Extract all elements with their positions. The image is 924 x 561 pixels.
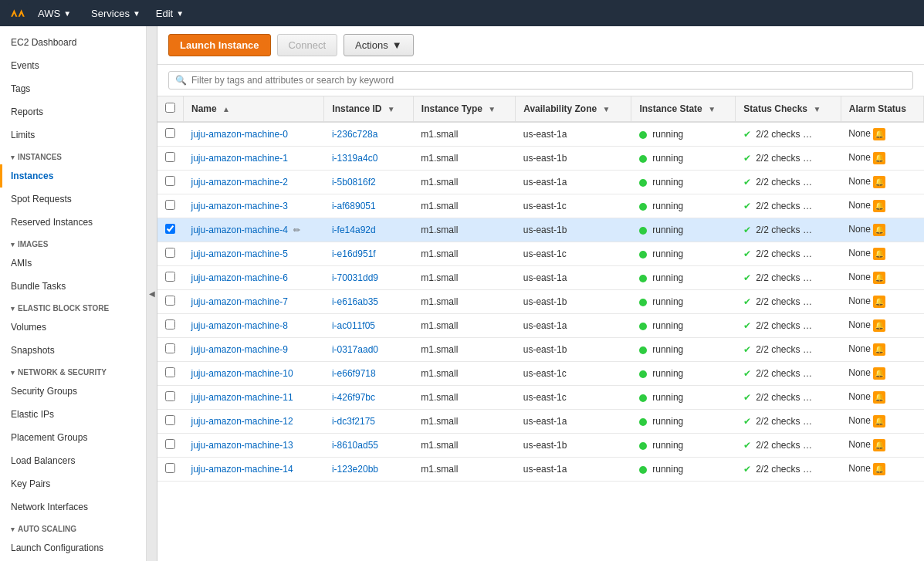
- sidebar-item-security-groups[interactable]: Security Groups: [0, 380, 146, 403]
- row-checkbox-4[interactable]: [165, 224, 175, 234]
- row-checkbox-5[interactable]: [165, 248, 175, 258]
- row-checkbox-8[interactable]: [165, 319, 175, 330]
- row-checkbox-cell-5[interactable]: [157, 242, 184, 266]
- row-checkbox-9[interactable]: [165, 343, 175, 353]
- col-header-instance-state[interactable]: Instance State ▼: [631, 96, 736, 122]
- alarm-bell-icon-12[interactable]: 🔔: [873, 415, 885, 428]
- instance-name-link-13[interactable]: juju-amazon-machine-13: [191, 440, 293, 451]
- alarm-bell-icon-1[interactable]: 🔔: [873, 152, 885, 164]
- instance-name-link-1[interactable]: juju-amazon-machine-1: [191, 153, 288, 164]
- instance-name-link-2[interactable]: juju-amazon-machine-2: [191, 177, 288, 188]
- sidebar-item-limits[interactable]: Limits: [0, 123, 146, 147]
- sidebar-item-instances[interactable]: Instances: [0, 164, 146, 188]
- row-checkbox-cell-1[interactable]: [157, 147, 184, 171]
- sidebar-item-placement-groups[interactable]: Placement Groups: [0, 426, 146, 449]
- row-checkbox-cell-0[interactable]: [157, 122, 184, 147]
- instance-id-link-14[interactable]: i-123e20bb: [332, 464, 378, 475]
- alarm-bell-icon-5[interactable]: 🔔: [873, 248, 885, 260]
- instance-id-link-9[interactable]: i-0317aad0: [332, 344, 378, 355]
- sidebar-item-reports[interactable]: Reports: [0, 100, 146, 123]
- alarm-bell-icon-7[interactable]: 🔔: [873, 296, 885, 308]
- select-all-checkbox[interactable]: [165, 103, 175, 113]
- instance-id-link-5[interactable]: i-e16d951f: [332, 248, 376, 259]
- row-checkbox-cell-9[interactable]: [157, 338, 184, 362]
- sidebar-item-amis[interactable]: AMIs: [0, 252, 146, 275]
- sidebar-item-reserved-instances[interactable]: Reserved Instances: [0, 211, 146, 234]
- alarm-bell-icon-6[interactable]: 🔔: [873, 272, 885, 284]
- instance-id-link-10[interactable]: i-e66f9718: [332, 368, 376, 379]
- instance-id-link-1[interactable]: i-1319a4c0: [332, 153, 377, 164]
- sidebar-item-network-interfaces[interactable]: Network Interfaces: [0, 495, 146, 519]
- sidebar-item-elastic-ips[interactable]: Elastic IPs: [0, 403, 146, 426]
- col-header-instance-id[interactable]: Instance ID ▼: [324, 96, 413, 122]
- row-checkbox-3[interactable]: [165, 200, 175, 210]
- sidebar-item-bundle-tasks[interactable]: Bundle Tasks: [0, 275, 146, 298]
- row-checkbox-10[interactable]: [165, 367, 175, 377]
- row-checkbox-cell-8[interactable]: [157, 314, 184, 338]
- instance-id-link-6[interactable]: i-70031dd9: [332, 272, 378, 283]
- edit-menu-button[interactable]: Edit ▼: [150, 5, 190, 22]
- search-input[interactable]: [191, 75, 906, 86]
- row-checkbox-6[interactable]: [165, 272, 175, 282]
- instance-name-link-10[interactable]: juju-amazon-machine-10: [191, 368, 293, 379]
- instance-name-link-0[interactable]: juju-amazon-machine-0: [191, 129, 288, 140]
- instance-name-link-6[interactable]: juju-amazon-machine-6: [191, 272, 288, 283]
- instance-name-link-7[interactable]: juju-amazon-machine-7: [191, 296, 288, 307]
- alarm-bell-icon-4[interactable]: 🔔: [873, 224, 885, 236]
- row-checkbox-cell-11[interactable]: [157, 386, 184, 410]
- sidebar-item-events[interactable]: Events: [0, 54, 146, 77]
- row-checkbox-cell-3[interactable]: [157, 194, 184, 218]
- alarm-bell-icon-3[interactable]: 🔔: [873, 200, 885, 212]
- sidebar-item-ec2-dashboard[interactable]: EC2 Dashboard: [0, 31, 146, 54]
- sidebar-item-snapshots[interactable]: Snapshots: [0, 339, 146, 362]
- instance-name-link-8[interactable]: juju-amazon-machine-8: [191, 320, 288, 331]
- sidebar-item-load-balancers[interactable]: Load Balancers: [0, 449, 146, 472]
- services-menu-button[interactable]: Services ▼: [85, 5, 147, 22]
- row-checkbox-7[interactable]: [165, 296, 175, 306]
- instance-id-link-3[interactable]: i-af689051: [332, 201, 376, 211]
- instance-name-link-14[interactable]: juju-amazon-machine-14: [191, 464, 293, 475]
- sidebar-item-volumes[interactable]: Volumes: [0, 316, 146, 339]
- row-checkbox-cell-13[interactable]: [157, 434, 184, 458]
- alarm-bell-icon-14[interactable]: 🔔: [873, 463, 885, 475]
- row-checkbox-cell-2[interactable]: [157, 171, 184, 194]
- sidebar-item-launch-configurations[interactable]: Launch Configurations: [0, 536, 146, 559]
- instance-id-link-8[interactable]: i-ac011f05: [332, 320, 375, 331]
- instance-id-link-2[interactable]: i-5b0816f2: [332, 177, 376, 188]
- row-checkbox-cell-12[interactable]: [157, 410, 184, 434]
- aws-menu-button[interactable]: AWS ▼: [32, 5, 77, 22]
- alarm-bell-icon-9[interactable]: 🔔: [873, 343, 885, 356]
- row-checkbox-14[interactable]: [165, 463, 175, 473]
- actions-button[interactable]: Actions ▼: [344, 34, 414, 56]
- instance-id-link-12[interactable]: i-dc3f2175: [332, 416, 375, 427]
- col-header-instance-type[interactable]: Instance Type ▼: [413, 96, 515, 122]
- row-checkbox-2[interactable]: [165, 176, 175, 186]
- alarm-bell-icon-8[interactable]: 🔔: [873, 319, 885, 332]
- row-checkbox-cell-6[interactable]: [157, 266, 184, 290]
- col-header-status-checks[interactable]: Status Checks ▼: [736, 96, 841, 122]
- instance-id-link-4[interactable]: i-fe14a92d: [332, 225, 376, 235]
- row-checkbox-12[interactable]: [165, 415, 175, 425]
- instance-name-link-4[interactable]: juju-amazon-machine-4: [191, 225, 288, 235]
- alarm-bell-icon-2[interactable]: 🔔: [873, 176, 885, 188]
- sidebar-item-spot-requests[interactable]: Spot Requests: [0, 188, 146, 211]
- edit-name-icon[interactable]: ✏: [293, 225, 300, 235]
- row-checkbox-cell-14[interactable]: [157, 458, 184, 482]
- instance-name-link-5[interactable]: juju-amazon-machine-5: [191, 248, 288, 259]
- col-header-alarm-status[interactable]: Alarm Status: [841, 96, 923, 122]
- row-checkbox-0[interactable]: [165, 128, 175, 138]
- sidebar-collapse-arrow[interactable]: ◀: [147, 26, 157, 561]
- row-checkbox-13[interactable]: [165, 439, 175, 449]
- instance-name-link-11[interactable]: juju-amazon-machine-11: [191, 392, 293, 403]
- alarm-bell-icon-13[interactable]: 🔔: [873, 439, 885, 451]
- instance-name-link-9[interactable]: juju-amazon-machine-9: [191, 344, 288, 355]
- instance-id-link-7[interactable]: i-e616ab35: [332, 296, 378, 307]
- launch-instance-button[interactable]: Launch Instance: [168, 34, 271, 56]
- sidebar-item-tags[interactable]: Tags: [0, 77, 146, 100]
- col-header-name[interactable]: Name ▲: [184, 96, 324, 122]
- col-header-availability-zone[interactable]: Availability Zone ▼: [516, 96, 631, 122]
- instance-id-link-13[interactable]: i-8610ad55: [332, 440, 378, 451]
- instance-name-link-12[interactable]: juju-amazon-machine-12: [191, 416, 293, 427]
- alarm-bell-icon-10[interactable]: 🔔: [873, 367, 885, 380]
- row-checkbox-cell-10[interactable]: [157, 362, 184, 386]
